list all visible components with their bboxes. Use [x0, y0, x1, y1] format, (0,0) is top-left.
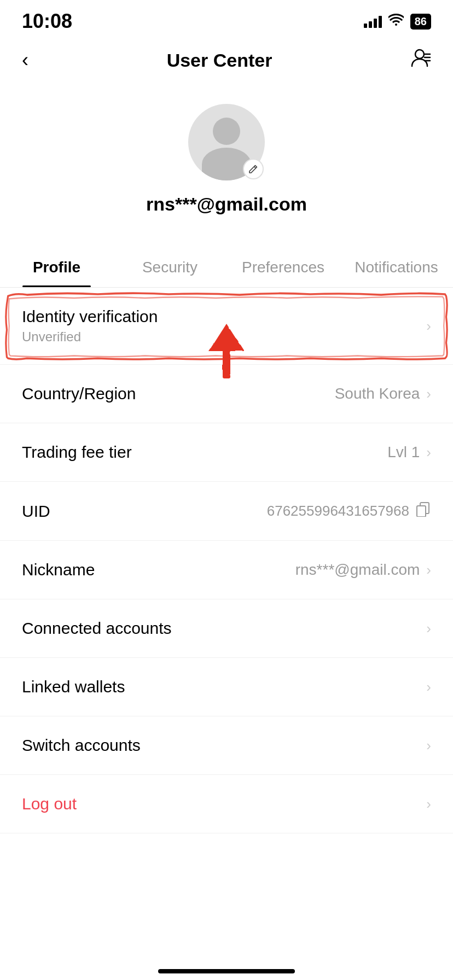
- uid-label: UID: [22, 502, 50, 521]
- linked-wallets-right: ›: [426, 679, 431, 696]
- nickname-info: Nickname: [22, 561, 95, 579]
- svg-point-0: [415, 50, 424, 59]
- status-bar: 10:08 86: [0, 0, 453, 38]
- uid-value: 676255996431657968: [267, 503, 409, 520]
- tab-preferences[interactable]: Preferences: [226, 248, 340, 287]
- home-indicator: [158, 969, 295, 973]
- linked-wallets-info: Linked wallets: [22, 678, 125, 696]
- avatar-edit-button[interactable]: [243, 159, 264, 179]
- uid-item: UID 676255996431657968: [0, 482, 453, 541]
- connected-accounts-right: ›: [426, 620, 431, 637]
- page-title: User Center: [167, 50, 272, 71]
- connected-accounts-info: Connected accounts: [22, 619, 172, 638]
- identity-verification-label: Identity verification: [22, 307, 158, 326]
- chevron-right-icon: ›: [426, 562, 431, 579]
- trading-fee-info: Trading fee tier: [22, 443, 132, 462]
- nickname-item[interactable]: Nickname rns***@gmail.com ›: [0, 541, 453, 599]
- nickname-label: Nickname: [22, 561, 95, 579]
- signal-bars-icon: [364, 15, 382, 28]
- switch-accounts-item[interactable]: Switch accounts ›: [0, 716, 453, 775]
- identity-verification-status: Unverified: [22, 329, 158, 345]
- linked-wallets-label: Linked wallets: [22, 678, 125, 696]
- status-icons: 86: [364, 14, 431, 30]
- chevron-right-icon: ›: [426, 386, 431, 402]
- user-email: rns***@gmail.com: [146, 194, 307, 215]
- identity-verification-info: Identity verification Unverified: [22, 307, 158, 345]
- chevron-right-icon: ›: [426, 679, 431, 696]
- country-region-right: South Korea ›: [335, 385, 431, 402]
- switch-accounts-right: ›: [426, 737, 431, 754]
- status-time: 10:08: [22, 10, 72, 33]
- tab-notifications[interactable]: Notifications: [340, 248, 453, 287]
- switch-accounts-info: Switch accounts: [22, 736, 141, 755]
- chevron-right-icon: ›: [426, 737, 431, 754]
- tabs-container: Profile Security Preferences Notificatio…: [0, 242, 453, 288]
- trading-fee-tier-item[interactable]: Trading fee tier Lvl 1 ›: [0, 423, 453, 482]
- battery-indicator: 86: [410, 14, 431, 30]
- chevron-right-icon: ›: [426, 318, 431, 335]
- back-button[interactable]: ‹: [22, 50, 28, 70]
- trading-fee-value: Lvl 1: [387, 444, 420, 461]
- uid-info: UID: [22, 502, 50, 521]
- logout-info: Log out: [22, 795, 77, 813]
- copy-icon[interactable]: [416, 501, 431, 521]
- logout-label: Log out: [22, 795, 77, 813]
- avatar-section: rns***@gmail.com: [0, 82, 453, 231]
- avatar-head: [213, 118, 240, 145]
- country-region-info: Country/Region: [22, 384, 136, 403]
- connected-accounts-label: Connected accounts: [22, 619, 172, 638]
- chevron-right-icon: ›: [426, 444, 431, 461]
- trading-fee-right: Lvl 1 ›: [387, 444, 431, 461]
- linked-wallets-item[interactable]: Linked wallets ›: [0, 658, 453, 716]
- logout-right: ›: [426, 796, 431, 813]
- connected-accounts-item[interactable]: Connected accounts ›: [0, 599, 453, 658]
- uid-right: 676255996431657968: [267, 501, 431, 521]
- wifi-icon: [388, 14, 404, 29]
- tab-security[interactable]: Security: [113, 248, 226, 287]
- list-container: Identity verification Unverified ›: [0, 288, 453, 833]
- nickname-value: rns***@gmail.com: [295, 561, 420, 579]
- identity-verification-item[interactable]: Identity verification Unverified ›: [0, 288, 453, 365]
- chevron-right-icon: ›: [426, 620, 431, 637]
- country-region-item[interactable]: Country/Region South Korea ›: [0, 365, 453, 423]
- nickname-right: rns***@gmail.com ›: [295, 561, 431, 579]
- country-region-value: South Korea: [335, 385, 420, 402]
- identity-verification-right: ›: [426, 318, 431, 335]
- user-settings-icon[interactable]: [410, 49, 431, 72]
- tab-profile[interactable]: Profile: [0, 248, 113, 287]
- trading-fee-label: Trading fee tier: [22, 443, 132, 462]
- svg-rect-7: [417, 506, 426, 517]
- avatar-wrapper: [188, 104, 265, 180]
- switch-accounts-label: Switch accounts: [22, 736, 141, 755]
- chevron-right-icon: ›: [426, 796, 431, 813]
- logout-item[interactable]: Log out ›: [0, 775, 453, 833]
- header: ‹ User Center: [0, 38, 453, 82]
- country-region-label: Country/Region: [22, 384, 136, 403]
